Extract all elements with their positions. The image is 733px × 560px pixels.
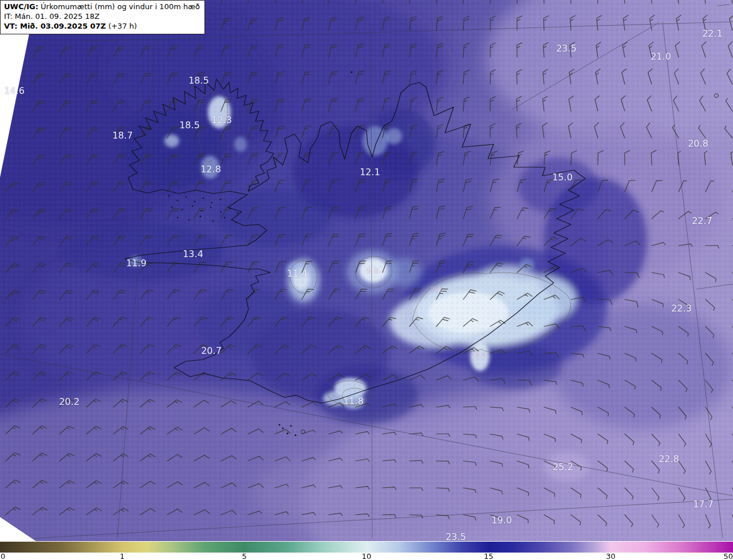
colorbar-tick-labels: 01510153050 <box>0 553 733 560</box>
product-code: UWC/IG: <box>4 2 38 11</box>
valid-time: VT: Mið. 03.09.2025 07Z (+37 h) <box>4 22 200 31</box>
colorbar-tick: 30 <box>606 553 616 560</box>
colorbar-tick: 1 <box>120 553 124 560</box>
precipitation-field <box>0 0 733 560</box>
colorbar-tick: 10 <box>362 553 372 560</box>
map-canvas <box>0 0 733 560</box>
colorbar-tick: 5 <box>242 553 246 560</box>
colorbar-tick: 50 <box>723 553 733 560</box>
colorbar-tick: 15 <box>484 553 494 560</box>
weather-map-viewport: 14.618.512.318.518.712.812.115.023.521.0… <box>0 0 733 560</box>
colorbar: 01510153050 <box>0 541 733 560</box>
colorbar-gradient <box>0 542 733 553</box>
product-title: UWC/IG: Úrkomumætti (mm) og vindur i 100… <box>4 2 200 12</box>
colorbar-tick: 0 <box>1 553 5 560</box>
init-time: IT: Mán. 01. 09. 2025 18Z <box>4 12 200 22</box>
title-box: UWC/IG: Úrkomumætti (mm) og vindur i 100… <box>0 0 205 34</box>
